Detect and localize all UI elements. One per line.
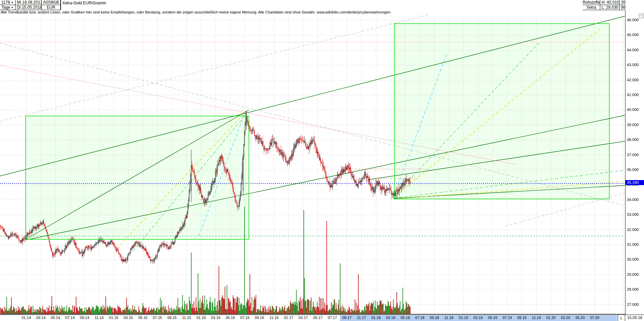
x-axis-label: 09.16 — [255, 316, 264, 320]
x-axis-label: 09.18 — [430, 316, 439, 320]
x-axis-label: 09.17 — [342, 316, 352, 320]
x-axis-label: 03.17 — [298, 316, 308, 320]
y-axis-label: 31.000 — [627, 242, 639, 246]
x-axis-label: 11.19 — [532, 316, 541, 320]
x-axis-label: 05.19 — [488, 316, 497, 320]
x-axis-label: 07.15 — [153, 316, 162, 320]
y-axis-label: 46.000 — [627, 18, 639, 22]
x-axis-label: 11.14 — [95, 316, 104, 320]
x-axis-label: 03.14 — [36, 316, 46, 320]
last-price-tag: 35.160 — [625, 180, 644, 185]
y-axis-label: 40.000 — [627, 108, 639, 112]
x-axis-label: 07.18 — [415, 316, 425, 320]
y-axis-label: 33.000 — [627, 212, 639, 216]
y-axis-label: 29.000 — [627, 272, 639, 276]
last-date-label: 15.05.18 — [627, 316, 642, 320]
y-axis-label: 36.000 — [627, 168, 639, 172]
x-axis-label: 01.17 — [284, 316, 293, 320]
x-axis-label: 05.14 — [51, 316, 60, 320]
x-axis-label: 11.16 — [269, 316, 279, 320]
x-axis-label: 03.15 — [124, 316, 133, 320]
x-axis-line — [0, 314, 625, 314]
y-axis-label: 34.000 — [627, 198, 639, 202]
x-axis-label: 03.19 — [474, 316, 483, 320]
x-axis-label: 11.17 — [357, 316, 366, 320]
x-axis-label: 03.18 — [386, 316, 395, 320]
y-axis-label: 43.000 — [627, 63, 639, 67]
x-axis-label: 05.20 — [575, 316, 585, 320]
x-axis-label: 09.19 — [517, 316, 526, 320]
x-axis-label: 01.19 — [459, 316, 468, 320]
y-axis-label: 45.000 — [627, 33, 639, 37]
x-axis-label: 07.19 — [503, 316, 512, 320]
x-axis-label: 01.16 — [196, 316, 206, 320]
x-axis-label: 07.17 — [328, 316, 337, 320]
x-axis-label: 01.15 — [109, 316, 119, 320]
x-axis-label: 09.15 — [167, 316, 177, 320]
x-axis-label: 01.18 — [372, 316, 381, 320]
x-axis-label: 07.20 — [590, 316, 600, 320]
range-end-marker[interactable]: L — [618, 315, 625, 321]
y-axis-label: 42.000 — [627, 78, 639, 82]
x-axis-label: 07.16 — [240, 316, 250, 320]
collapse-icon[interactable]: − — [639, 13, 644, 18]
y-axis-label: 37.000 — [627, 153, 639, 157]
x-axis-label: 05.18 — [400, 316, 410, 320]
y-axis-label: 32.000 — [627, 228, 639, 232]
x-axis-label: 07.14 — [65, 316, 75, 320]
x-axis-label: 05.15 — [138, 316, 148, 320]
x-axis-label: 03.20 — [561, 316, 570, 320]
y-axis-label: 39.000 — [627, 123, 639, 127]
y-axis-label: 28.000 — [627, 287, 639, 291]
price-axis[interactable]: 46.00045.00044.00043.00042.00041.00040.0… — [625, 0, 644, 315]
taipan-chart-window: 1176 ▾ Mi 18.09.2013 A0S9GB Xetra-Gold E… — [0, 0, 644, 321]
y-axis-label: 27.000 — [627, 302, 639, 307]
x-axis-label: 11.15 — [182, 316, 191, 320]
price-chart-canvas[interactable] — [0, 0, 644, 321]
trend-channel-box-fill — [394, 24, 609, 199]
plot-area[interactable] — [0, 0, 625, 314]
x-axis-label: 01.14 — [22, 316, 31, 320]
x-axis-label: 05.17 — [313, 316, 323, 320]
y-axis-label: 38.000 — [627, 138, 639, 142]
x-axis-label: 03.16 — [211, 316, 221, 320]
x-axis-label: 11.18 — [444, 316, 453, 320]
x-axis-label: 01.20 — [546, 316, 556, 320]
date-axis[interactable]: 01.1403.1405.1407.1409.1411.1401.1503.15… — [0, 315, 644, 321]
y-axis-label: 44.000 — [627, 48, 639, 52]
y-axis-label: 41.000 — [627, 93, 639, 97]
y-axis-label: 30.000 — [627, 257, 639, 261]
x-axis-label: 05.16 — [226, 316, 235, 320]
x-axis-label: 09.14 — [80, 316, 89, 320]
